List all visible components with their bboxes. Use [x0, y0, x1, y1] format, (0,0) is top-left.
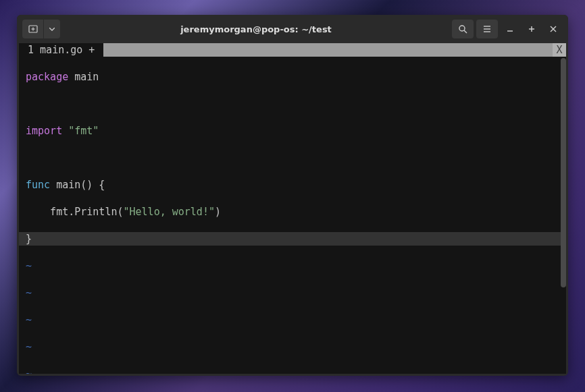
vim-tab-label: 1 main.go +: [28, 44, 95, 56]
vim-tab-active[interactable]: 1 main.go +: [19, 43, 103, 57]
vim-tab-filler: [103, 43, 553, 57]
tab-controls: [22, 20, 60, 38]
empty-line-tilde: ~: [26, 313, 559, 327]
scrollbar[interactable]: [561, 58, 566, 287]
token-space: [62, 125, 68, 137]
code-line-current: }: [19, 232, 566, 246]
svg-line-4: [464, 30, 467, 33]
token-string: "Hello, world!": [124, 206, 215, 218]
code-line: [26, 151, 559, 165]
token-keyword: func: [26, 179, 50, 191]
empty-line-tilde: ~: [26, 286, 559, 300]
token-ident: fmt.Println(: [26, 206, 124, 218]
vim-tabline: 1 main.go + X: [19, 43, 566, 57]
token-ident: }: [26, 233, 32, 245]
chevron-down-icon: [49, 28, 55, 31]
code-line: func main() {: [26, 178, 559, 192]
token-ident: ): [215, 206, 221, 218]
tab-dropdown-button[interactable]: [44, 20, 60, 38]
token-keyword: package: [26, 71, 68, 83]
titlebar: jeremymorgan@pop-os: ~/test: [17, 15, 568, 43]
svg-point-3: [459, 26, 465, 31]
code-editor[interactable]: package main import "fmt" func main() { …: [19, 57, 566, 374]
terminal-window: jeremymorgan@pop-os: ~/test 1 main.go + …: [17, 15, 568, 376]
minimize-icon: [507, 26, 513, 32]
titlebar-right: [452, 20, 563, 38]
token-keyword: import: [26, 125, 62, 137]
empty-line-tilde: ~: [26, 259, 559, 273]
code-line: import "fmt": [26, 124, 559, 138]
token-ident: main() {: [50, 179, 105, 191]
hamburger-icon: [482, 24, 492, 34]
code-line: package main: [26, 70, 559, 84]
token-string: "fmt": [68, 125, 99, 137]
close-button[interactable]: [544, 20, 563, 38]
maximize-button[interactable]: [522, 20, 541, 38]
vim-tab-close[interactable]: X: [553, 43, 566, 57]
terminal-body[interactable]: 1 main.go + X package main import "fmt" …: [19, 43, 566, 374]
menu-button[interactable]: [476, 20, 498, 38]
maximize-icon: [528, 26, 535, 32]
new-tab-icon: [28, 24, 39, 34]
search-icon: [458, 24, 467, 34]
new-tab-button[interactable]: [22, 20, 44, 38]
empty-line-tilde: ~: [26, 340, 559, 354]
minimize-button[interactable]: [501, 20, 519, 38]
code-line: fmt.Println("Hello, world!"): [26, 205, 559, 219]
empty-line-tilde: ~: [26, 367, 559, 374]
code-line: [26, 97, 559, 111]
close-icon: [550, 26, 557, 32]
token-ident: main: [68, 71, 99, 83]
search-button[interactable]: [452, 20, 474, 38]
window-title: jeremymorgan@pop-os: ~/test: [60, 24, 452, 34]
